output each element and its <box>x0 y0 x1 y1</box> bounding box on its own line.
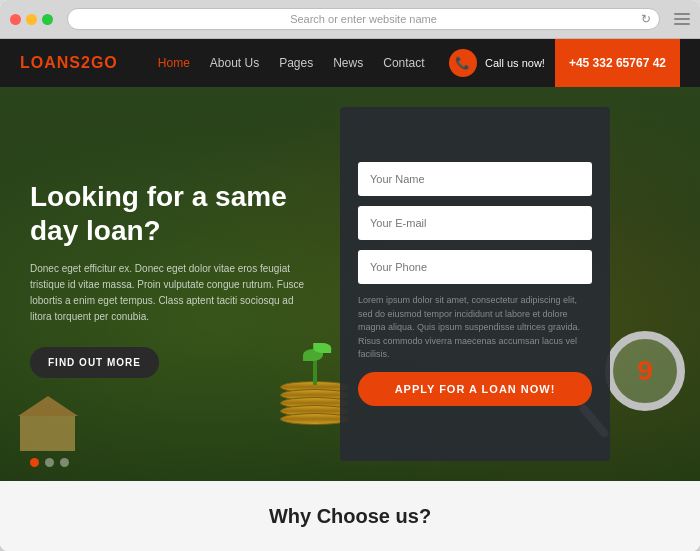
hero-left: Looking for a same day loan? Donec eget … <box>0 87 340 481</box>
website-content: LOANS2GO Home About Us Pages News Contac… <box>0 39 700 551</box>
nav-links: Home About Us Pages News Contact <box>158 56 449 70</box>
browser-dots <box>10 14 53 25</box>
address-bar[interactable]: Search or enter website name ↻ <box>67 8 660 30</box>
hero-dot-3[interactable] <box>60 458 69 467</box>
logo: LOANS2GO <box>20 54 118 72</box>
hero-heading: Looking for a same day loan? <box>30 180 315 247</box>
maximize-dot[interactable] <box>42 14 53 25</box>
browser-menu-icon[interactable] <box>674 13 690 25</box>
loan-form-panel: Lorem ipsum dolor sit amet, consectetur … <box>340 107 610 461</box>
name-input[interactable] <box>358 162 592 196</box>
nav-pages[interactable]: Pages <box>279 56 313 70</box>
navbar: LOANS2GO Home About Us Pages News Contac… <box>0 39 700 87</box>
why-section: Why Choose us? <box>0 481 700 551</box>
nav-call: 📞 Call us now! <box>449 49 545 77</box>
nav-home[interactable]: Home <box>158 56 190 70</box>
call-label: Call us now! <box>485 57 545 69</box>
refresh-icon[interactable]: ↻ <box>641 12 651 26</box>
nav-news[interactable]: News <box>333 56 363 70</box>
hero-subtext: Donec eget efficitur ex. Donec eget dolo… <box>30 261 310 325</box>
browser-window: Search or enter website name ↻ LOANS2GO … <box>0 0 700 551</box>
apply-button[interactable]: APPLY FOR A LOAN NOW! <box>358 372 592 406</box>
logo-text: LOANS <box>20 54 81 71</box>
phone-icon: 📞 <box>449 49 477 77</box>
hero-section: 9 Looking for a same day loan? Donec ege… <box>0 87 700 481</box>
hero-dots <box>30 458 69 467</box>
cta-phone-button[interactable]: +45 332 65767 42 <box>555 39 680 87</box>
nav-about[interactable]: About Us <box>210 56 259 70</box>
phone-input[interactable] <box>358 250 592 284</box>
magnifier-lens: 9 <box>605 331 685 411</box>
close-dot[interactable] <box>10 14 21 25</box>
hero-dot-2[interactable] <box>45 458 54 467</box>
email-input[interactable] <box>358 206 592 240</box>
address-text: Search or enter website name <box>290 13 437 25</box>
browser-chrome: Search or enter website name ↻ <box>0 0 700 39</box>
logo-accent: 2GO <box>81 54 118 71</box>
why-heading: Why Choose us? <box>269 505 431 528</box>
minimize-dot[interactable] <box>26 14 37 25</box>
find-out-button[interactable]: FIND OUT MORE <box>30 347 159 378</box>
nav-contact[interactable]: Contact <box>383 56 424 70</box>
hero-dot-1[interactable] <box>30 458 39 467</box>
form-description: Lorem ipsum dolor sit amet, consectetur … <box>358 294 592 362</box>
